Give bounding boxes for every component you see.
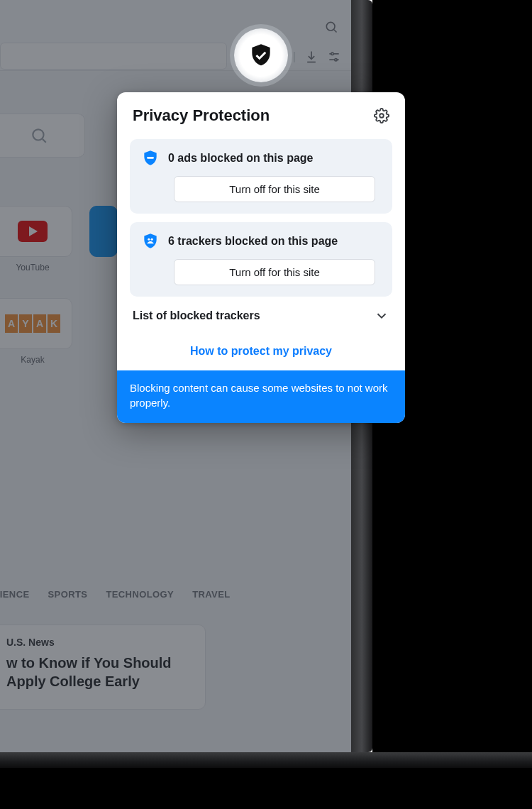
privacy-shield-button[interactable] bbox=[234, 28, 288, 82]
svg-point-13 bbox=[151, 238, 153, 241]
privacy-popover: Privacy Protection 0 ads blocked on this… bbox=[117, 92, 405, 423]
browser-toolbar: | bbox=[0, 0, 351, 71]
svg-point-7 bbox=[335, 59, 337, 61]
category-row: CIENCE SPORTS TECHNOLOGY TRAVEL bbox=[0, 589, 231, 600]
laptop-bottom-edge bbox=[0, 752, 532, 768]
kayak-icon: A Y A K bbox=[5, 314, 60, 333]
gear-icon[interactable] bbox=[374, 108, 389, 123]
search-icon[interactable] bbox=[324, 20, 338, 34]
laptop-bottom-black bbox=[0, 768, 532, 809]
trackers-blocked-text: 6 trackers blocked on this page bbox=[168, 235, 338, 248]
speeddial-label-youtube: YouTube bbox=[0, 263, 72, 273]
shield-tracker-icon bbox=[141, 232, 160, 251]
popover-title: Privacy Protection bbox=[133, 106, 270, 125]
category-item[interactable]: TRAVEL bbox=[192, 589, 230, 600]
news-headline: w to Know if You Should Apply College Ea… bbox=[6, 654, 192, 690]
settings-sliders-icon[interactable] bbox=[327, 50, 341, 64]
svg-point-10 bbox=[379, 114, 384, 118]
news-card[interactable]: U.S. News w to Know if You Should Apply … bbox=[0, 624, 206, 710]
category-item[interactable]: TECHNOLOGY bbox=[106, 589, 174, 600]
page-search-box[interactable] bbox=[0, 114, 85, 158]
svg-point-6 bbox=[331, 53, 333, 55]
blocked-trackers-expander[interactable]: List of blocked trackers bbox=[130, 299, 392, 334]
trackers-turn-off-button[interactable]: Turn off for this site bbox=[174, 259, 375, 285]
youtube-icon bbox=[18, 221, 48, 242]
svg-line-1 bbox=[334, 30, 337, 33]
shield-check-icon bbox=[248, 42, 275, 69]
ads-blocked-text: 0 ads blocked on this page bbox=[168, 152, 314, 165]
help-link[interactable]: How to protect my privacy bbox=[190, 345, 332, 357]
svg-line-9 bbox=[43, 139, 46, 143]
speeddial-label-kayak: Kayak bbox=[0, 355, 72, 365]
speeddial-tile-youtube[interactable] bbox=[0, 206, 72, 257]
blocked-trackers-label: List of blocked trackers bbox=[133, 309, 260, 322]
speeddial-tile-partial[interactable] bbox=[89, 206, 118, 257]
category-item[interactable]: SPORTS bbox=[48, 589, 88, 600]
ads-turn-off-button[interactable]: Turn off for this site bbox=[174, 176, 375, 202]
svg-point-8 bbox=[33, 129, 43, 140]
chevron-down-icon bbox=[374, 308, 389, 324]
svg-point-12 bbox=[148, 238, 150, 241]
trackers-card: 6 trackers blocked on this page Turn off… bbox=[130, 222, 392, 297]
speeddial-tile-kayak[interactable]: A Y A K bbox=[0, 298, 72, 349]
ads-card: 0 ads blocked on this page Turn off for … bbox=[130, 139, 392, 214]
category-item[interactable]: CIENCE bbox=[0, 589, 30, 600]
download-icon[interactable] bbox=[304, 50, 318, 64]
svg-point-0 bbox=[326, 22, 335, 31]
popover-footer-note: Blocking content can cause some websites… bbox=[117, 370, 405, 423]
shield-minus-icon bbox=[141, 149, 160, 167]
svg-rect-11 bbox=[147, 157, 154, 159]
news-kicker: U.S. News bbox=[6, 637, 192, 648]
